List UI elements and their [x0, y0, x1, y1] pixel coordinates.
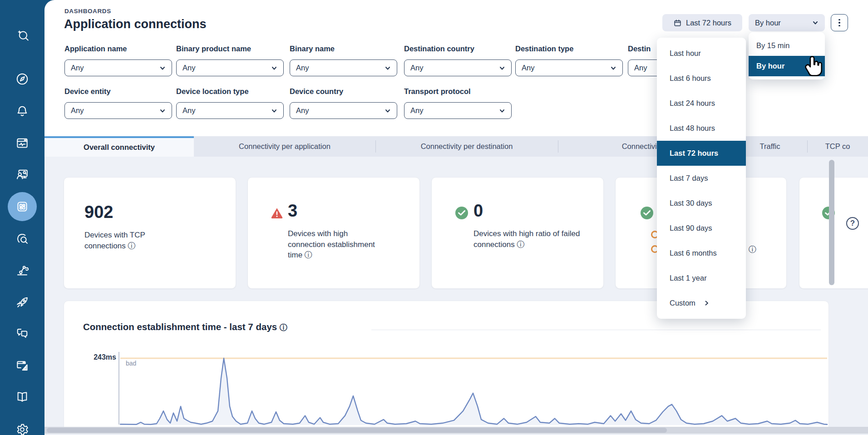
chevron-down-icon [812, 20, 819, 26]
calendar-icon [673, 19, 682, 27]
time-option-last-30-days[interactable]: Last 30 days [657, 191, 746, 216]
time-option-custom[interactable]: Custom [657, 291, 746, 316]
sidebar-item-dashboards[interactable] [8, 192, 37, 221]
settings-gear-icon[interactable] [15, 423, 29, 435]
chevron-down-icon [610, 65, 616, 71]
page-title: Application connections [64, 17, 207, 31]
granularity-value: By hour [755, 19, 812, 27]
info-icon[interactable]: ⓘ [128, 242, 135, 250]
info-icon[interactable]: ⓘ [749, 244, 756, 255]
filter-destination-country: Destination country Any [404, 44, 512, 76]
info-icon[interactable]: ⓘ [280, 323, 287, 332]
stat-card-failed-connections: 0 Devices with high ratio of failed conn… [431, 177, 604, 289]
time-option-last-hour[interactable]: Last hour [657, 41, 746, 66]
filter-device-location-type: Device location type Any [176, 87, 284, 119]
time-range-button[interactable]: Last 72 hours [662, 14, 742, 31]
breadcrumb: DASHBOARDS [64, 8, 111, 15]
alerts-bell-icon[interactable] [15, 104, 29, 118]
warning-icon [271, 207, 283, 219]
stat-card-tcp-connections: 902 Devices with TCP connections ⓘ [64, 177, 236, 289]
automation-arm-icon[interactable] [15, 263, 29, 277]
filter-select[interactable]: Any [64, 102, 172, 119]
filter-select[interactable]: Any [515, 59, 623, 76]
chevron-down-icon [385, 65, 391, 71]
filter-select[interactable]: Any [176, 59, 284, 76]
stat-value: 3 [288, 201, 297, 221]
tab-overall-connectivity[interactable]: Overall connectivity [44, 136, 194, 157]
filter-label: Binary name [290, 44, 397, 53]
time-option-last-90-days[interactable]: Last 90 days [657, 216, 746, 241]
filter-label: Transport protocol [404, 87, 512, 96]
filter-select[interactable]: Any [404, 102, 512, 119]
y-axis-max-label: 243ms [71, 353, 116, 361]
filter-application-name: Application name Any [64, 44, 172, 76]
screen-share-icon[interactable] [15, 168, 29, 181]
chevron-down-icon [499, 65, 505, 71]
filter-device-entity: Device entity Any [64, 87, 172, 119]
chevron-down-icon [271, 65, 277, 71]
chevron-down-icon [159, 65, 166, 71]
builder-window-icon[interactable] [15, 359, 29, 372]
divider [371, 330, 821, 330]
tab-tcp[interactable]: TCP co [807, 136, 868, 157]
success-check-icon [455, 207, 468, 219]
docs-book-icon[interactable] [15, 390, 29, 404]
filter-label: Device entity [64, 87, 172, 96]
filter-binary-product-name: Binary product name Any [176, 44, 284, 76]
chart-area-fill [120, 358, 827, 425]
chevron-down-icon [499, 108, 505, 114]
threshold-label: bad [126, 360, 136, 367]
time-option-last-6-hours[interactable]: Last 6 hours [657, 66, 746, 91]
filter-binary-name: Binary name Any [290, 44, 397, 76]
connection-time-chart [119, 354, 829, 426]
time-option-last-7-days[interactable]: Last 7 days [657, 166, 746, 191]
filter-select[interactable]: Any [64, 59, 172, 76]
filter-select[interactable]: Any [290, 59, 397, 76]
stat-value: 902 [84, 203, 113, 222]
compass-icon[interactable] [15, 72, 29, 86]
more-actions-button[interactable] [831, 14, 848, 31]
vertical-scrollbar[interactable] [829, 160, 834, 285]
filter-label: Destination type [515, 44, 623, 53]
hand-cursor [800, 54, 824, 77]
info-icon[interactable]: ⓘ [517, 240, 524, 249]
filter-destination-type: Destination type Any [515, 44, 623, 76]
stat-label: Devices with high connection establishme… [288, 228, 383, 261]
info-icon[interactable]: ⓘ [305, 251, 312, 259]
deploy-rocket-icon[interactable] [15, 295, 29, 309]
granularity-select[interactable]: By hour [749, 14, 825, 31]
chevron-down-icon [159, 108, 166, 114]
filter-label: Destination country [404, 44, 512, 53]
filter-label: Application name [64, 44, 172, 53]
stat-card-high-establishment-time: 3 Devices with high connection establish… [247, 177, 420, 289]
chat-feedback-icon[interactable] [15, 326, 29, 340]
filter-device-country: Device country Any [290, 87, 397, 119]
granularity-option-by-15-min[interactable]: By 15 min [749, 35, 825, 56]
stat-label: Devices with high ratio of failed connec… [473, 228, 585, 250]
help-button[interactable]: ? [846, 217, 859, 230]
filter-select[interactable]: Any [290, 102, 397, 119]
application-connections-dashboard: DASHBOARDS Application connections Last … [0, 0, 868, 435]
time-option-last-24-hours[interactable]: Last 24 hours [657, 91, 746, 116]
horizontal-scrollbar-thumb[interactable] [47, 428, 667, 433]
tab-connectivity-per-destination[interactable]: Connectivity per destination [375, 136, 558, 157]
time-option-last-1-year[interactable]: Last 1 year [657, 266, 746, 291]
ai-search-icon[interactable] [15, 28, 29, 42]
filter-select[interactable]: Any [404, 59, 512, 76]
time-option-last-48-hours[interactable]: Last 48 hours [657, 116, 746, 141]
success-check-icon [641, 207, 653, 219]
activity-monitor-icon[interactable] [15, 136, 29, 150]
sidebar [0, 0, 44, 435]
chevron-right-icon [704, 300, 710, 306]
filter-select[interactable]: Any [176, 102, 284, 119]
filter-label: Binary product name [176, 44, 284, 53]
filter-transport-protocol: Transport protocol Any [404, 87, 512, 119]
tab-connectivity-per-application[interactable]: Connectivity per application [194, 136, 375, 157]
time-range-label: Last 72 hours [686, 19, 731, 27]
time-option-last-72-hours[interactable]: Last 72 hours [657, 141, 746, 166]
dashboards-grid-icon [15, 200, 29, 213]
time-option-last-6-months[interactable]: Last 6 months [657, 241, 746, 266]
time-range-menu: Last hour Last 6 hours Last 24 hours Las… [657, 38, 746, 319]
chevron-down-icon [385, 108, 391, 114]
identity-scan-icon[interactable] [15, 232, 29, 246]
